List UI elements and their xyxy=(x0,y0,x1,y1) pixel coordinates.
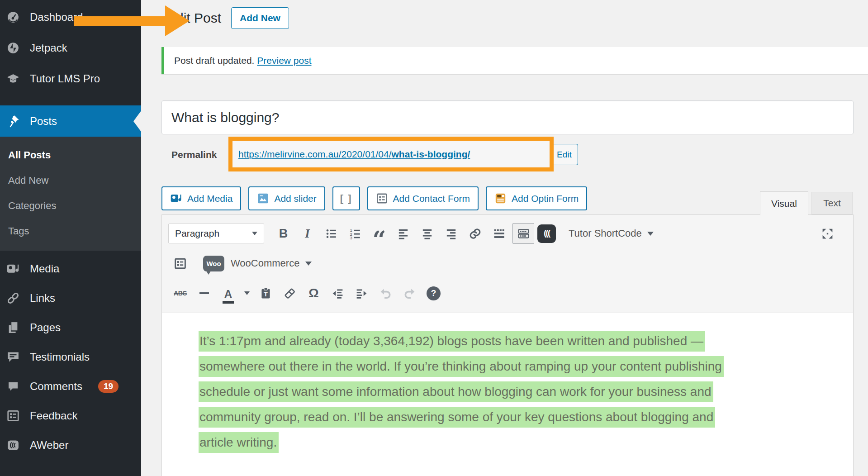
sidebar-item-feedback[interactable]: Feedback xyxy=(0,401,141,430)
permalink-edit-button[interactable]: Edit xyxy=(550,144,578,165)
add-new-button[interactable]: Add New xyxy=(231,7,289,29)
help-button[interactable]: ? xyxy=(422,283,446,304)
slider-mountain-icon xyxy=(257,192,269,205)
sidebar-item-label: Links xyxy=(30,292,55,305)
omega-icon: Ω xyxy=(308,286,318,300)
outdent-icon xyxy=(331,287,344,300)
bullet-list-button[interactable] xyxy=(319,223,343,244)
horizontal-rule-button[interactable] xyxy=(192,283,216,304)
bold-button[interactable]: B xyxy=(271,223,295,244)
contact-form-icon xyxy=(376,192,388,205)
redo-button[interactable] xyxy=(398,283,422,304)
woocommerce-icon[interactable]: Woo xyxy=(203,256,224,271)
sidebar-item-comments[interactable]: Comments 19 xyxy=(0,371,141,401)
editor-content-area[interactable]: It’s 1:17pm and already (today 3,364,192… xyxy=(162,313,853,476)
special-character-button[interactable]: Ω xyxy=(302,283,326,304)
align-left-button[interactable] xyxy=(391,223,415,244)
tab-text[interactable]: Text xyxy=(811,192,853,214)
submenu-item-add-new[interactable]: Add New xyxy=(0,168,141,193)
blockquote-button[interactable]: “ xyxy=(367,223,391,244)
highlighted-text: It’s 1:17pm and already (today 3,364,192… xyxy=(199,331,705,352)
text-color-button[interactable]: A xyxy=(216,283,240,304)
feedback-form-icon xyxy=(6,409,20,423)
preview-post-link[interactable]: Preview post xyxy=(257,55,311,66)
submenu-item-categories[interactable]: Categories xyxy=(0,193,141,219)
sidebar-item-tutor-lms-pro[interactable]: Tutor LMS Pro xyxy=(0,63,141,94)
chevron-down-icon xyxy=(252,232,257,235)
italic-icon: I xyxy=(305,227,310,241)
tutor-shortcode-dropdown[interactable]: Tutor ShortCode xyxy=(569,228,654,239)
aweber-arcs-icon: ((( xyxy=(544,228,550,238)
sidebar-item-jetpack[interactable]: Jetpack xyxy=(0,33,141,63)
link-icon xyxy=(469,227,482,240)
pushpin-icon xyxy=(6,114,20,129)
indent-button[interactable] xyxy=(350,283,374,304)
form-insert-button[interactable] xyxy=(168,253,192,274)
undo-button[interactable] xyxy=(374,283,398,304)
brackets-icon: [ ] xyxy=(340,193,352,205)
menu-separator xyxy=(0,94,141,105)
eraser-icon xyxy=(283,287,296,300)
svg-text:T: T xyxy=(264,290,268,298)
sidebar-item-aweber[interactable]: AWeber xyxy=(0,430,141,460)
highlighted-text: article writing. xyxy=(199,432,279,453)
align-right-button[interactable] xyxy=(439,223,463,244)
sidebar-item-pages[interactable]: Pages xyxy=(0,313,141,342)
aweber-toolbar-button[interactable]: ((( xyxy=(537,224,556,243)
italic-button[interactable]: I xyxy=(295,223,319,244)
annotation-highlight-box: https://melirvine.com.au/2020/01/04/what… xyxy=(228,137,554,171)
read-more-button[interactable] xyxy=(487,223,511,244)
bullet-list-icon xyxy=(325,227,338,240)
media-icon xyxy=(6,262,20,276)
comment-bubble-icon xyxy=(6,379,20,394)
paste-as-text-button[interactable]: T xyxy=(254,283,278,304)
align-center-icon xyxy=(421,227,434,240)
sidebar-item-label: Media xyxy=(30,262,59,275)
woocommerce-dropdown[interactable]: WooCommerce xyxy=(231,257,299,269)
permalink-url-link[interactable]: https://melirvine.com.au/2020/01/04/what… xyxy=(238,149,470,160)
content-line: somewhere out there in the world. If you… xyxy=(199,359,821,385)
paste-as-text-icon: T xyxy=(259,287,272,300)
tab-visual[interactable]: Visual xyxy=(760,191,808,215)
redo-icon xyxy=(403,287,416,300)
read-more-icon xyxy=(493,227,506,240)
fullscreen-button[interactable] xyxy=(816,223,840,244)
add-media-button[interactable]: Add Media xyxy=(161,186,241,210)
numbered-list-button[interactable]: 123 xyxy=(343,223,367,244)
submenu-item-tags[interactable]: Tags xyxy=(0,219,141,244)
sidebar-item-posts[interactable]: Posts xyxy=(0,105,141,137)
permalink-label: Permalink xyxy=(171,149,217,160)
strikethrough-icon: ABC xyxy=(174,290,187,297)
outdent-button[interactable] xyxy=(326,283,350,304)
sidebar-item-label: Posts xyxy=(30,115,57,128)
sidebar-item-testimonials[interactable]: Testimonials xyxy=(0,342,141,371)
sidebar-item-label: Pages xyxy=(30,321,61,334)
sidebar-item-label: AWeber xyxy=(30,439,68,452)
indent-icon xyxy=(355,287,368,300)
add-slider-button[interactable]: Add slider xyxy=(248,186,325,210)
current-menu-arrow xyxy=(133,111,141,132)
chevron-down-icon xyxy=(244,291,250,295)
add-contact-form-button[interactable]: Add Contact Form xyxy=(367,186,479,210)
submenu-item-all-posts[interactable]: All Posts xyxy=(0,143,141,168)
sidebar-item-media[interactable]: Media xyxy=(0,254,141,283)
pages-icon xyxy=(6,320,20,335)
clear-formatting-button[interactable] xyxy=(278,283,302,304)
classic-editor: Paragraph B I 123 “ xyxy=(161,214,854,476)
add-optin-form-button[interactable]: Add Optin Form xyxy=(486,186,587,210)
bold-icon: B xyxy=(279,227,288,241)
post-title-input[interactable] xyxy=(161,100,854,134)
content-line: It’s 1:17pm and already (today 3,364,192… xyxy=(199,334,821,359)
graduation-cap-icon xyxy=(6,71,20,86)
text-color-picker-button[interactable] xyxy=(240,283,254,304)
numbered-list-icon: 123 xyxy=(349,227,362,240)
highlighted-text: schedule or just want some information a… xyxy=(199,381,713,402)
align-center-button[interactable] xyxy=(415,223,439,244)
strikethrough-button[interactable]: ABC xyxy=(168,283,192,304)
format-select[interactable]: Paragraph xyxy=(168,224,264,243)
insert-link-button[interactable] xyxy=(463,223,487,244)
svg-text:3: 3 xyxy=(350,235,352,240)
sidebar-item-links[interactable]: Links xyxy=(0,283,141,313)
shortcode-brackets-button[interactable]: [ ] xyxy=(332,186,360,210)
toolbar-toggle-button[interactable] xyxy=(512,223,534,244)
